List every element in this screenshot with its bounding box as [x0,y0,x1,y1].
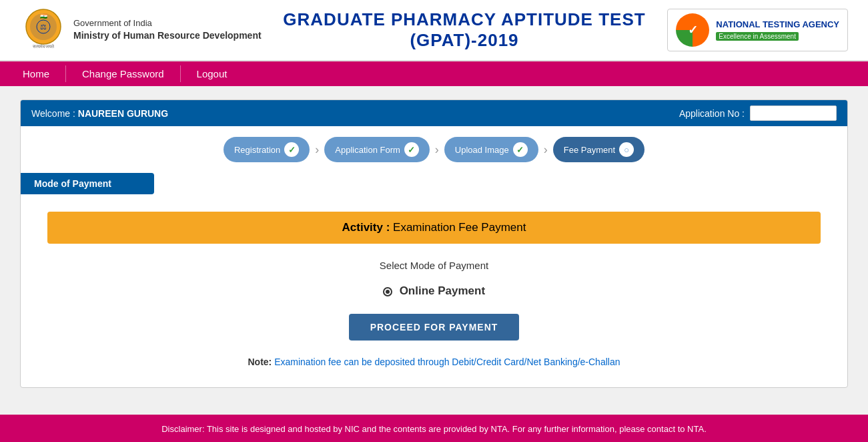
activity-label: Activity : [342,221,390,234]
payment-option-online: Online Payment [47,284,821,298]
page-footer: Disclaimer: This site is designed and ho… [0,415,868,442]
title-line2: (GPAT)-2019 [410,30,518,50]
step-application-form-btn[interactable]: Application Form ✓ [324,137,430,162]
step-arrow-2: › [435,143,439,157]
step-arrow-3: › [544,143,548,157]
welcome-bar: Welcome : NAUREEN GURUNG Application No … [21,100,847,126]
navigation-bar: Home Change Password Logout [0,61,868,86]
nta-name: NATIONAL TESTING AGENCY [716,19,839,29]
nta-text-block: NATIONAL TESTING AGENCY Excellence in As… [716,19,839,41]
svg-text:🇮🇳: 🇮🇳 [40,12,48,20]
page-title-block: GRADUATE PHARMACY APTITUDE TEST (GPAT)-2… [262,9,668,51]
step-fee-payment-btn[interactable]: Fee Payment ○ [553,137,644,162]
step-fee-payment: Fee Payment ○ [553,137,644,162]
activity-value: Examination Fee Payment [393,221,526,234]
logo-left: 🇮🇳 ⚖ सत्यमेव जयते Government of India Mi… [20,7,262,53]
activity-banner: Activity : Examination Fee Payment [47,212,821,244]
nav-change-password[interactable]: Change Password [66,61,180,86]
nta-checkmark-icon: ✓ [688,23,698,37]
svg-text:⚖: ⚖ [40,23,47,31]
application-box: Welcome : NAUREEN GURUNG Application No … [20,99,848,388]
main-content: Welcome : NAUREEN GURUNG Application No … [0,86,868,401]
welcome-user: Welcome : NAUREEN GURUNG [31,108,168,119]
step-registration-label: Registration [234,145,280,155]
nta-circle-icon: ✓ [676,13,709,47]
disclaimer-text: Disclaimer: This site is designed and ho… [161,424,707,434]
nta-logo-block: ✓ NATIONAL TESTING AGENCY Excellence in … [667,9,848,51]
payment-content-area: Activity : Examination Fee Payment Selec… [21,205,847,387]
proceed-button-wrap: PROCEED FOR PAYMENT [47,314,821,341]
nta-tagline: Excellence in Assessment [716,32,799,41]
note-label: Note: [248,357,272,367]
step-application-form: Application Form ✓ [324,137,430,162]
title-line1: GRADUATE PHARMACY APTITUDE TEST [283,9,645,29]
step-arrow-1: › [315,143,319,157]
svg-text:सत्यमेव जयते: सत्यमेव जयते [32,43,55,49]
note-text: Examination fee can be deposited through… [274,357,620,367]
welcome-label: Welcome : [31,108,75,119]
govt-line1: Government of India [73,17,262,29]
app-no-input[interactable] [750,105,837,121]
govt-line2: Ministry of Human Resource Development [73,29,262,43]
page-header: 🇮🇳 ⚖ सत्यमेव जयते Government of India Mi… [0,0,868,61]
mode-of-payment-tab: Mode of Payment [21,173,154,194]
application-no-block: Application No : [679,105,837,121]
emblem-icon: 🇮🇳 ⚖ सत्यमेव जयते [20,7,67,53]
step-fee-payment-check: ○ [619,142,634,157]
step-registration-btn[interactable]: Registration ✓ [224,137,310,162]
step-registration: Registration ✓ [224,137,310,162]
app-no-label: Application No : [679,108,745,119]
proceed-payment-button[interactable]: PROCEED FOR PAYMENT [349,314,520,341]
nav-logout[interactable]: Logout [181,61,244,86]
steps-bar: Registration ✓ › Application Form ✓ › Up… [21,126,847,173]
online-payment-radio[interactable] [383,287,392,296]
step-upload-image-label: Upload Image [455,145,509,155]
select-mode-text: Select Mode of Payment [47,260,821,271]
step-fee-payment-label: Fee Payment [564,145,615,155]
note-block: Note: Examination fee can be deposited t… [47,357,821,367]
step-application-form-label: Application Form [335,145,400,155]
step-upload-image-btn[interactable]: Upload Image ✓ [444,137,538,162]
step-registration-check: ✓ [284,142,299,157]
nav-home[interactable]: Home [7,61,65,86]
logo-text: Government of India Ministry of Human Re… [73,17,262,43]
step-upload-image: Upload Image ✓ [444,137,538,162]
online-payment-label: Online Payment [400,284,485,297]
step-application-form-check: ✓ [404,142,419,157]
user-name: NAUREEN GURUNG [78,108,168,119]
step-upload-image-check: ✓ [513,142,528,157]
